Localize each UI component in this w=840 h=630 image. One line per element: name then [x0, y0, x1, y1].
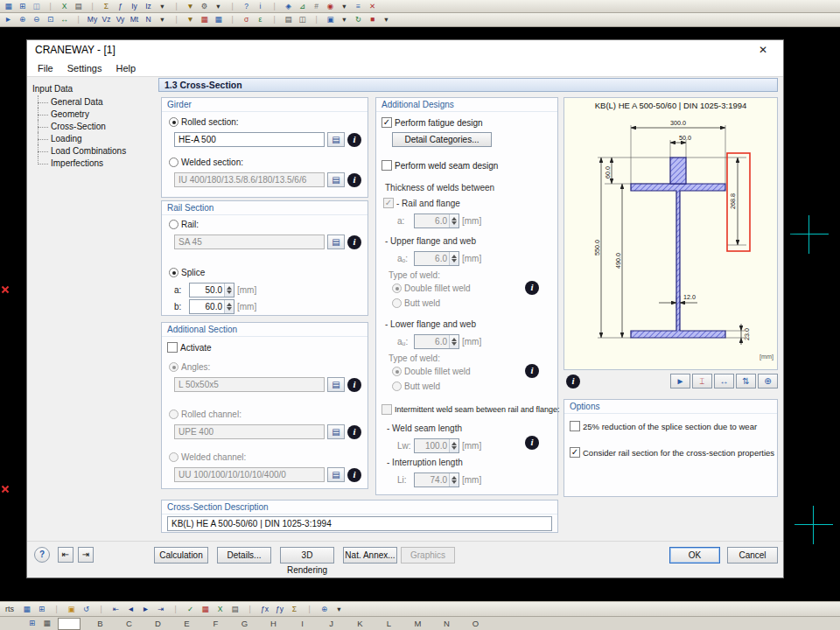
- tree-item[interactable]: Geometry: [38, 108, 155, 120]
- render-mode-button[interactable]: ►: [670, 374, 690, 388]
- separator[interactable]: |: [304, 604, 315, 615]
- tree-root-input-data[interactable]: Input Data: [31, 83, 155, 94]
- shear-vz-icon[interactable]: Vz: [101, 14, 112, 25]
- settings-icon[interactable]: ⚙: [199, 1, 210, 12]
- snap-icon[interactable]: ◉: [325, 1, 336, 12]
- view-3d-icon[interactable]: ◈: [283, 1, 294, 12]
- column-letter[interactable]: K: [346, 619, 374, 628]
- fy-icon[interactable]: ƒy: [274, 604, 285, 615]
- angles-library-button[interactable]: ▤: [327, 377, 345, 392]
- close-icon[interactable]: ✕: [751, 44, 775, 56]
- calc-sheet-icon[interactable]: ▤: [229, 604, 241, 615]
- details-button[interactable]: Details...: [217, 547, 271, 564]
- torsion-mt-icon[interactable]: Mt: [129, 14, 140, 25]
- table-grid-icon[interactable]: ▦: [3, 1, 14, 12]
- last-row-icon[interactable]: ⇥: [155, 604, 166, 615]
- column-letter[interactable]: G: [230, 619, 259, 628]
- dropdown-icon[interactable]: ▾: [213, 1, 224, 12]
- spinner-arrows-icon[interactable]: [224, 284, 234, 297]
- rolled-section-radio[interactable]: [169, 117, 178, 127]
- welded-section-radio[interactable]: [169, 158, 178, 167]
- dialog-titlebar[interactable]: CRANEWAY - [1] ✕: [27, 40, 783, 60]
- angles-info-button[interactable]: i: [347, 378, 361, 392]
- separator[interactable]: |: [95, 604, 107, 615]
- description-input[interactable]: KB(L) HE A 500-50/60 | DIN 1025-3:1994: [167, 516, 552, 531]
- calculation-button[interactable]: Calculation: [154, 547, 208, 564]
- intermittent-weld-info-button[interactable]: i: [525, 436, 539, 450]
- separator[interactable]: |: [227, 1, 238, 12]
- dropdown-icon[interactable]: ▾: [381, 14, 392, 25]
- excel-export-icon[interactable]: X: [59, 1, 70, 12]
- next-window-button[interactable]: ⇥: [78, 547, 94, 563]
- rolled-section-library-button[interactable]: ▤: [327, 132, 345, 147]
- info-icon[interactable]: i: [255, 1, 266, 12]
- column-letter[interactable]: E: [172, 619, 201, 628]
- moment-my-icon[interactable]: My: [87, 14, 98, 25]
- dropdown-icon[interactable]: ▾: [339, 1, 350, 12]
- column-letter[interactable]: L: [374, 619, 403, 628]
- active-column-cell[interactable]: [58, 618, 80, 630]
- separator[interactable]: |: [87, 1, 98, 12]
- fit-view-button[interactable]: ⇅: [736, 374, 756, 388]
- menu-item[interactable]: File: [31, 60, 60, 76]
- splice-radio[interactable]: [169, 268, 178, 277]
- spinner-arrows-icon[interactable]: [224, 300, 234, 313]
- separator[interactable]: |: [269, 14, 280, 25]
- filter-icon[interactable]: ▼: [185, 1, 196, 12]
- result-grid-icon[interactable]: ▦: [200, 604, 211, 615]
- dropdown-icon[interactable]: ▾: [157, 1, 168, 12]
- welded-channel-info-button[interactable]: i: [347, 468, 361, 482]
- previous-window-button[interactable]: ⇤: [58, 547, 74, 563]
- column-letter[interactable]: O: [461, 619, 490, 628]
- excel-icon[interactable]: X: [214, 604, 226, 615]
- rendering-button[interactable]: 3D Rendering: [280, 547, 334, 564]
- activate-checkbox[interactable]: ✓: [167, 342, 178, 353]
- fatigue-design-checkbox[interactable]: ✓: [382, 117, 392, 128]
- sum-icon[interactable]: Σ: [101, 1, 112, 12]
- column-letter[interactable]: B: [86, 619, 115, 628]
- page-preview-icon[interactable]: ◫: [31, 1, 42, 12]
- wear-reduction-checkbox[interactable]: ✓: [570, 421, 580, 431]
- open-folder-icon[interactable]: ▣: [66, 604, 77, 615]
- strain-epsilon-icon[interactable]: ε: [255, 14, 266, 25]
- table-view-icon[interactable]: ▦: [41, 618, 52, 629]
- dimensions-button[interactable]: ↔: [714, 374, 734, 388]
- tree-item[interactable]: Imperfections: [38, 157, 155, 169]
- normal-force-icon[interactable]: N: [143, 14, 154, 25]
- rail-info-button[interactable]: i: [347, 235, 361, 249]
- separator[interactable]: |: [45, 1, 56, 12]
- shear-vy-icon[interactable]: Vy: [115, 14, 126, 25]
- splice-b-spinner[interactable]: 60.0: [189, 299, 234, 314]
- tree-item[interactable]: Loading: [38, 132, 155, 144]
- rolled-section-info-button[interactable]: i: [347, 133, 361, 147]
- lower-weld-info-button[interactable]: i: [525, 364, 539, 378]
- dropdown-icon[interactable]: ▾: [157, 14, 168, 25]
- column-letter[interactable]: H: [259, 619, 288, 628]
- welded-section-library-button[interactable]: ▤: [327, 172, 345, 187]
- result-table-blue-icon[interactable]: ▦: [213, 14, 224, 25]
- menu-item[interactable]: Settings: [60, 60, 109, 76]
- upper-weld-info-button[interactable]: i: [525, 281, 539, 295]
- detail-categories-button[interactable]: Detail Categories...: [392, 132, 492, 147]
- sum-icon[interactable]: Σ: [289, 604, 300, 615]
- separator[interactable]: |: [73, 14, 84, 25]
- rolled-channel-info-button[interactable]: i: [347, 425, 361, 439]
- inertia-iy-icon[interactable]: Iy: [129, 1, 140, 12]
- dropdown-icon[interactable]: ▾: [333, 604, 345, 615]
- printout-icon[interactable]: ◫: [297, 14, 308, 25]
- tree-item[interactable]: General Data: [38, 95, 155, 108]
- column-letter[interactable]: F: [201, 619, 230, 628]
- separator[interactable]: |: [244, 604, 256, 615]
- inertia-iz-icon[interactable]: Iz: [143, 1, 154, 12]
- grid-icon[interactable]: #: [311, 1, 322, 12]
- table-select-icon[interactable]: ⊞: [26, 618, 38, 629]
- national-annex-button[interactable]: Nat. Annex...: [343, 547, 397, 564]
- report-icon[interactable]: ▤: [283, 14, 294, 25]
- prev-row-icon[interactable]: ◄: [125, 604, 136, 615]
- column-letter[interactable]: M: [403, 619, 432, 628]
- next-row-icon[interactable]: ►: [140, 604, 151, 615]
- rail-radio[interactable]: [169, 220, 178, 229]
- column-letter[interactable]: D: [144, 619, 172, 628]
- dropdown-icon[interactable]: ▾: [339, 14, 350, 25]
- stress-points-button[interactable]: ⌶: [692, 374, 712, 388]
